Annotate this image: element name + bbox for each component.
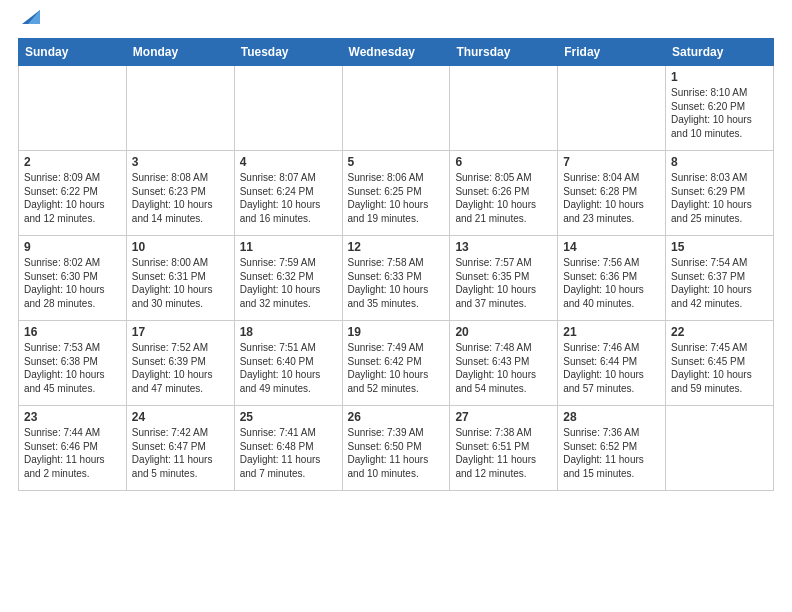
day-number: 27 xyxy=(455,410,552,424)
day-info: Sunrise: 7:45 AM Sunset: 6:45 PM Dayligh… xyxy=(671,341,768,395)
calendar-cell: 21Sunrise: 7:46 AM Sunset: 6:44 PM Dayli… xyxy=(558,321,666,406)
day-number: 3 xyxy=(132,155,229,169)
day-number: 21 xyxy=(563,325,660,339)
calendar-cell: 15Sunrise: 7:54 AM Sunset: 6:37 PM Dayli… xyxy=(666,236,774,321)
day-info: Sunrise: 8:03 AM Sunset: 6:29 PM Dayligh… xyxy=(671,171,768,225)
week-row-2: 2Sunrise: 8:09 AM Sunset: 6:22 PM Daylig… xyxy=(19,151,774,236)
calendar-cell: 3Sunrise: 8:08 AM Sunset: 6:23 PM Daylig… xyxy=(126,151,234,236)
day-number: 1 xyxy=(671,70,768,84)
day-info: Sunrise: 7:57 AM Sunset: 6:35 PM Dayligh… xyxy=(455,256,552,310)
day-info: Sunrise: 8:06 AM Sunset: 6:25 PM Dayligh… xyxy=(348,171,445,225)
day-number: 11 xyxy=(240,240,337,254)
weekday-thursday: Thursday xyxy=(450,39,558,66)
calendar-cell xyxy=(126,66,234,151)
weekday-friday: Friday xyxy=(558,39,666,66)
calendar-cell: 12Sunrise: 7:58 AM Sunset: 6:33 PM Dayli… xyxy=(342,236,450,321)
day-number: 5 xyxy=(348,155,445,169)
week-row-4: 16Sunrise: 7:53 AM Sunset: 6:38 PM Dayli… xyxy=(19,321,774,406)
day-number: 22 xyxy=(671,325,768,339)
calendar-cell: 16Sunrise: 7:53 AM Sunset: 6:38 PM Dayli… xyxy=(19,321,127,406)
day-number: 13 xyxy=(455,240,552,254)
weekday-header-row: SundayMondayTuesdayWednesdayThursdayFrid… xyxy=(19,39,774,66)
calendar: SundayMondayTuesdayWednesdayThursdayFrid… xyxy=(18,38,774,491)
day-info: Sunrise: 7:49 AM Sunset: 6:42 PM Dayligh… xyxy=(348,341,445,395)
day-info: Sunrise: 8:09 AM Sunset: 6:22 PM Dayligh… xyxy=(24,171,121,225)
day-info: Sunrise: 8:02 AM Sunset: 6:30 PM Dayligh… xyxy=(24,256,121,310)
day-info: Sunrise: 7:54 AM Sunset: 6:37 PM Dayligh… xyxy=(671,256,768,310)
day-number: 16 xyxy=(24,325,121,339)
day-number: 17 xyxy=(132,325,229,339)
calendar-body: 1Sunrise: 8:10 AM Sunset: 6:20 PM Daylig… xyxy=(19,66,774,491)
day-number: 12 xyxy=(348,240,445,254)
day-info: Sunrise: 8:08 AM Sunset: 6:23 PM Dayligh… xyxy=(132,171,229,225)
day-info: Sunrise: 7:39 AM Sunset: 6:50 PM Dayligh… xyxy=(348,426,445,480)
calendar-cell: 14Sunrise: 7:56 AM Sunset: 6:36 PM Dayli… xyxy=(558,236,666,321)
calendar-cell xyxy=(666,406,774,491)
day-info: Sunrise: 8:04 AM Sunset: 6:28 PM Dayligh… xyxy=(563,171,660,225)
calendar-cell xyxy=(234,66,342,151)
calendar-cell: 18Sunrise: 7:51 AM Sunset: 6:40 PM Dayli… xyxy=(234,321,342,406)
calendar-cell xyxy=(450,66,558,151)
day-number: 6 xyxy=(455,155,552,169)
day-info: Sunrise: 7:58 AM Sunset: 6:33 PM Dayligh… xyxy=(348,256,445,310)
logo-icon xyxy=(20,6,42,28)
calendar-cell: 6Sunrise: 8:05 AM Sunset: 6:26 PM Daylig… xyxy=(450,151,558,236)
day-number: 9 xyxy=(24,240,121,254)
calendar-cell: 1Sunrise: 8:10 AM Sunset: 6:20 PM Daylig… xyxy=(666,66,774,151)
day-info: Sunrise: 8:07 AM Sunset: 6:24 PM Dayligh… xyxy=(240,171,337,225)
weekday-tuesday: Tuesday xyxy=(234,39,342,66)
day-number: 10 xyxy=(132,240,229,254)
day-info: Sunrise: 7:41 AM Sunset: 6:48 PM Dayligh… xyxy=(240,426,337,480)
day-number: 14 xyxy=(563,240,660,254)
calendar-cell: 4Sunrise: 8:07 AM Sunset: 6:24 PM Daylig… xyxy=(234,151,342,236)
calendar-cell: 7Sunrise: 8:04 AM Sunset: 6:28 PM Daylig… xyxy=(558,151,666,236)
logo xyxy=(18,18,42,28)
day-number: 8 xyxy=(671,155,768,169)
calendar-cell: 25Sunrise: 7:41 AM Sunset: 6:48 PM Dayli… xyxy=(234,406,342,491)
calendar-cell: 22Sunrise: 7:45 AM Sunset: 6:45 PM Dayli… xyxy=(666,321,774,406)
day-info: Sunrise: 8:00 AM Sunset: 6:31 PM Dayligh… xyxy=(132,256,229,310)
day-number: 26 xyxy=(348,410,445,424)
page: SundayMondayTuesdayWednesdayThursdayFrid… xyxy=(0,0,792,509)
weekday-monday: Monday xyxy=(126,39,234,66)
calendar-cell: 27Sunrise: 7:38 AM Sunset: 6:51 PM Dayli… xyxy=(450,406,558,491)
day-info: Sunrise: 7:46 AM Sunset: 6:44 PM Dayligh… xyxy=(563,341,660,395)
day-info: Sunrise: 8:05 AM Sunset: 6:26 PM Dayligh… xyxy=(455,171,552,225)
day-number: 2 xyxy=(24,155,121,169)
calendar-cell xyxy=(19,66,127,151)
day-number: 19 xyxy=(348,325,445,339)
day-info: Sunrise: 7:56 AM Sunset: 6:36 PM Dayligh… xyxy=(563,256,660,310)
weekday-saturday: Saturday xyxy=(666,39,774,66)
day-number: 7 xyxy=(563,155,660,169)
calendar-cell: 23Sunrise: 7:44 AM Sunset: 6:46 PM Dayli… xyxy=(19,406,127,491)
day-number: 15 xyxy=(671,240,768,254)
day-info: Sunrise: 7:48 AM Sunset: 6:43 PM Dayligh… xyxy=(455,341,552,395)
day-info: Sunrise: 7:42 AM Sunset: 6:47 PM Dayligh… xyxy=(132,426,229,480)
calendar-cell xyxy=(342,66,450,151)
header xyxy=(18,18,774,28)
calendar-cell: 13Sunrise: 7:57 AM Sunset: 6:35 PM Dayli… xyxy=(450,236,558,321)
day-info: Sunrise: 7:38 AM Sunset: 6:51 PM Dayligh… xyxy=(455,426,552,480)
day-number: 18 xyxy=(240,325,337,339)
day-number: 25 xyxy=(240,410,337,424)
day-number: 24 xyxy=(132,410,229,424)
day-info: Sunrise: 7:51 AM Sunset: 6:40 PM Dayligh… xyxy=(240,341,337,395)
calendar-cell: 5Sunrise: 8:06 AM Sunset: 6:25 PM Daylig… xyxy=(342,151,450,236)
weekday-wednesday: Wednesday xyxy=(342,39,450,66)
calendar-cell: 11Sunrise: 7:59 AM Sunset: 6:32 PM Dayli… xyxy=(234,236,342,321)
calendar-cell: 28Sunrise: 7:36 AM Sunset: 6:52 PM Dayli… xyxy=(558,406,666,491)
week-row-3: 9Sunrise: 8:02 AM Sunset: 6:30 PM Daylig… xyxy=(19,236,774,321)
week-row-1: 1Sunrise: 8:10 AM Sunset: 6:20 PM Daylig… xyxy=(19,66,774,151)
day-number: 4 xyxy=(240,155,337,169)
calendar-cell: 9Sunrise: 8:02 AM Sunset: 6:30 PM Daylig… xyxy=(19,236,127,321)
calendar-cell: 26Sunrise: 7:39 AM Sunset: 6:50 PM Dayli… xyxy=(342,406,450,491)
day-number: 28 xyxy=(563,410,660,424)
day-number: 23 xyxy=(24,410,121,424)
day-info: Sunrise: 7:53 AM Sunset: 6:38 PM Dayligh… xyxy=(24,341,121,395)
calendar-cell: 19Sunrise: 7:49 AM Sunset: 6:42 PM Dayli… xyxy=(342,321,450,406)
calendar-header: SundayMondayTuesdayWednesdayThursdayFrid… xyxy=(19,39,774,66)
day-number: 20 xyxy=(455,325,552,339)
day-info: Sunrise: 7:52 AM Sunset: 6:39 PM Dayligh… xyxy=(132,341,229,395)
calendar-cell: 8Sunrise: 8:03 AM Sunset: 6:29 PM Daylig… xyxy=(666,151,774,236)
day-info: Sunrise: 7:36 AM Sunset: 6:52 PM Dayligh… xyxy=(563,426,660,480)
